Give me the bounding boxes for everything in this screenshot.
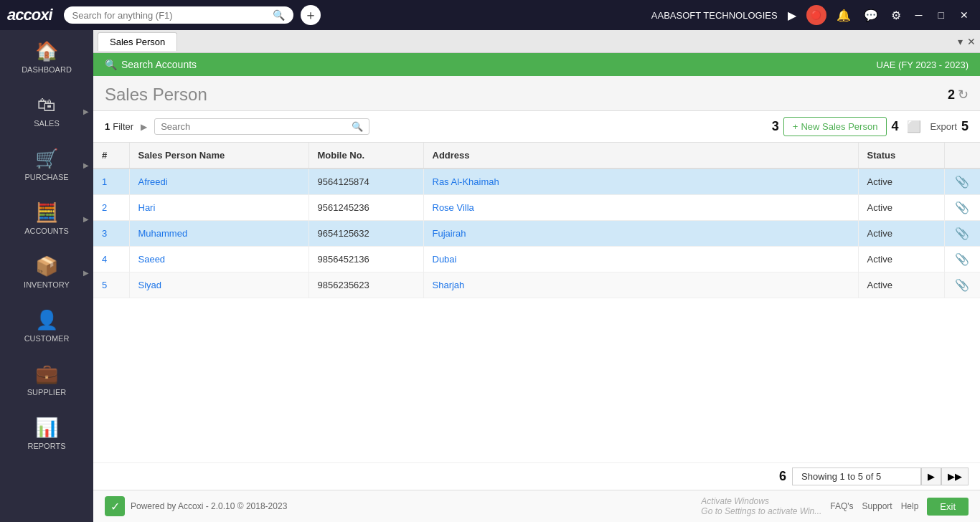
cell-address: Dubai <box>423 247 858 272</box>
maximize-button[interactable]: □ <box>934 8 948 22</box>
help-link[interactable]: Help <box>901 501 919 511</box>
cell-action[interactable]: 📎 <box>944 169 980 195</box>
new-sales-person-button[interactable]: + New Sales Person <box>783 117 887 136</box>
filter-play-icon[interactable]: ▶ <box>141 122 147 132</box>
cell-action[interactable]: 📎 <box>944 272 980 298</box>
table-row[interactable]: 1 Afreedi 9564125874 Ras Al-Khaimah Acti… <box>93 169 980 195</box>
next-page-button[interactable]: ▶ <box>921 468 941 485</box>
cell-address: Ras Al-Khaimah <box>423 169 858 195</box>
powered-by: ✓ Powered by Accoxi - 2.0.10 © 2018-2023 <box>105 496 287 516</box>
toolbar-right: 3 + New Sales Person 4 ⬜ Export 5 <box>772 117 969 136</box>
sidebar-item-supplier[interactable]: 💼 SUPPLIER <box>0 353 93 407</box>
toolbar: 1 Filter ▶ 🔍 3 + New Sales Person 4 ⬜ Ex… <box>93 111 980 143</box>
cell-status: Active <box>858 169 944 195</box>
sidebar-label-customer: CUSTOMER <box>24 334 70 343</box>
search-input[interactable] <box>161 121 352 132</box>
search-accounts-button[interactable]: 🔍 Search Accounts <box>105 59 197 70</box>
sidebar-label-purchase: PURCHASE <box>24 173 68 181</box>
sidebar-item-accounts[interactable]: 🧮 ACCOUNTS ▶ <box>0 191 93 245</box>
cell-num: 2 <box>93 195 129 221</box>
global-search-bar[interactable]: 🔍 <box>64 6 293 24</box>
tab-bar: Sales Person ▾ ✕ <box>93 30 980 53</box>
cell-action[interactable]: 📎 <box>944 221 980 247</box>
pagination-area: 6 Showing 1 to 5 of 5 ▶ ▶▶ <box>93 462 980 490</box>
user-avatar[interactable]: 🔴 <box>806 5 826 25</box>
tab-restore-button[interactable]: ▾ <box>958 36 963 47</box>
badge-3: 3 <box>772 119 779 134</box>
cell-address: Sharjah <box>423 272 858 298</box>
table-row[interactable]: 3 Muhammed 9654125632 Fujairah Active 📎 <box>93 221 980 247</box>
inventory-icon: 📦 <box>35 255 58 277</box>
settings-icon[interactable]: ⚙ <box>888 6 904 25</box>
cell-mobile: 9856452136 <box>308 247 423 272</box>
cell-mobile: 9654125632 <box>308 221 423 247</box>
powered-logo-icon: ✓ <box>105 496 125 516</box>
app-logo: accoxi <box>7 6 52 24</box>
cell-action[interactable]: 📎 <box>944 195 980 221</box>
global-search-icon: 🔍 <box>273 9 285 21</box>
global-search-input[interactable] <box>72 10 268 21</box>
purchase-icon: 🛒 <box>35 148 58 170</box>
notifications-icon[interactable]: 🔔 <box>834 6 854 25</box>
tab-controls: ▾ ✕ <box>958 36 976 47</box>
fiscal-year-label: UAE (FY 2023 - 2023) <box>877 60 969 70</box>
page-info: Showing 1 to 5 of 5 <box>792 468 921 485</box>
export-button[interactable]: Export <box>930 121 957 132</box>
powered-by-text: Powered by Accoxi - 2.0.10 © 2018-2023 <box>131 501 287 511</box>
sidebar-item-sales[interactable]: 🛍 SALES ▶ <box>0 84 93 138</box>
attachment-icon[interactable]: 📎 <box>955 176 969 188</box>
sales-person-table: # Sales Person Name Mobile No. Address S… <box>93 143 980 298</box>
company-name: AABASOFT TECHNOLOGIES <box>651 10 778 21</box>
green-bar: 🔍 Search Accounts UAE (FY 2023 - 2023) <box>93 53 980 76</box>
tab-label: Sales Person <box>110 37 165 47</box>
messages-icon[interactable]: 💬 <box>861 6 881 25</box>
sidebar-item-reports[interactable]: 📊 REPORTS <box>0 407 93 460</box>
sidebar-label-dashboard: DASHBOARD <box>22 65 72 74</box>
col-header-address: Address <box>423 143 858 169</box>
sidebar-item-purchase[interactable]: 🛒 PURCHASE ▶ <box>0 138 93 191</box>
search-accounts-label: Search Accounts <box>121 59 197 70</box>
add-new-button[interactable]: ＋ <box>301 5 321 25</box>
tab-sales-person[interactable]: Sales Person <box>98 32 177 51</box>
search-submit-icon[interactable]: 🔍 <box>352 121 363 132</box>
table-header-row: # Sales Person Name Mobile No. Address S… <box>93 143 980 169</box>
attachment-icon[interactable]: 📎 <box>955 227 969 239</box>
cell-num: 4 <box>93 247 129 272</box>
filter-button[interactable]: 1 Filter <box>105 121 133 132</box>
last-page-button[interactable]: ▶▶ <box>941 468 969 485</box>
table-row[interactable]: 2 Hari 9561245236 Rose Villa Active 📎 <box>93 195 980 221</box>
refresh-icon[interactable]: ↻ <box>958 87 969 103</box>
col-header-status: Status <box>858 143 944 169</box>
cell-action[interactable]: 📎 <box>944 247 980 272</box>
minimize-button[interactable]: ─ <box>911 8 927 22</box>
close-button[interactable]: ✕ <box>956 8 973 22</box>
attachment-icon[interactable]: 📎 <box>955 201 969 214</box>
cell-address: Fujairah <box>423 221 858 247</box>
faq-link[interactable]: FAQ's <box>830 501 853 511</box>
cell-name[interactable]: Muhammed <box>129 221 308 247</box>
sidebar-label-accounts: ACCOUNTS <box>24 227 69 235</box>
cell-name[interactable]: Saeed <box>129 247 308 272</box>
sidebar-item-dashboard[interactable]: 🏠 DASHBOARD <box>0 30 93 84</box>
company-arrow-icon[interactable]: ▶ <box>785 6 799 25</box>
footer: ✓ Powered by Accoxi - 2.0.10 © 2018-2023… <box>93 490 980 522</box>
table-body: 1 Afreedi 9564125874 Ras Al-Khaimah Acti… <box>93 169 980 298</box>
sidebar-item-customer[interactable]: 👤 CUSTOMER <box>0 299 93 353</box>
new-label: New Sales Person <box>801 121 877 132</box>
support-link[interactable]: Support <box>862 501 892 511</box>
cell-num: 1 <box>93 169 129 195</box>
cell-name[interactable]: Hari <box>129 195 308 221</box>
sidebar-item-inventory[interactable]: 📦 INVENTORY ▶ <box>0 245 93 299</box>
attachment-icon[interactable]: 📎 <box>955 253 969 265</box>
col-header-name: Sales Person Name <box>129 143 308 169</box>
attachment-icon[interactable]: 📎 <box>955 279 969 291</box>
exit-button[interactable]: Exit <box>927 498 969 516</box>
table-row[interactable]: 5 Siyad 9856235623 Sharjah Active 📎 <box>93 272 980 298</box>
tab-close-button[interactable]: ✕ <box>967 36 976 47</box>
cell-name[interactable]: Siyad <box>129 272 308 298</box>
main-layout: 🏠 DASHBOARD 🛍 SALES ▶ 🛒 PURCHASE ▶ 🧮 ACC… <box>0 30 980 522</box>
cell-name[interactable]: Afreedi <box>129 169 308 195</box>
footer-right: Activate WindowsGo to Settings to activa… <box>701 496 969 516</box>
open-external-icon[interactable]: ⬜ <box>903 118 925 136</box>
table-row[interactable]: 4 Saeed 9856452136 Dubai Active 📎 <box>93 247 980 272</box>
